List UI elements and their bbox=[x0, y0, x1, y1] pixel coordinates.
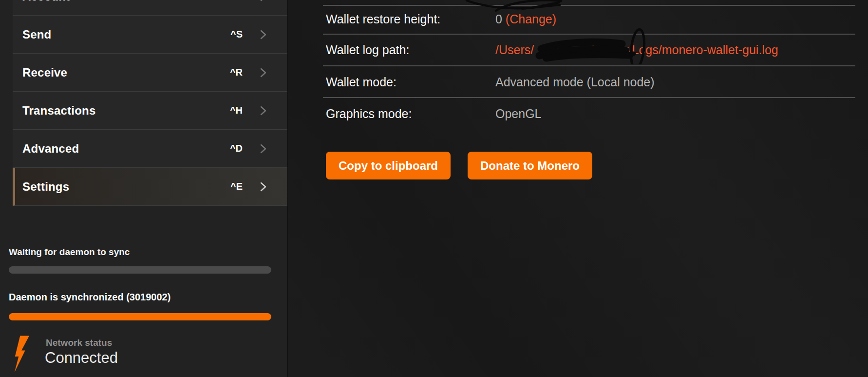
chevron-right-icon bbox=[257, 105, 269, 117]
sidebar-item-settings[interactable]: Settings ^E bbox=[13, 168, 287, 206]
graphics-mode-value: OpenGL bbox=[495, 107, 542, 120]
row-divider bbox=[323, 34, 855, 35]
row-label: Wallet mode: bbox=[326, 75, 495, 89]
row-label: Wallet log path: bbox=[326, 43, 495, 57]
sidebar-menu: Account ^T Send ^S Receive ^R Transactio… bbox=[13, 0, 287, 206]
donate-to-monero-button[interactable]: Donate to Monero bbox=[468, 152, 592, 179]
sidebar-item-receive[interactable]: Receive ^R bbox=[13, 54, 287, 92]
network-status-value: Connected bbox=[45, 349, 118, 367]
row-label: Graphics mode: bbox=[326, 107, 495, 121]
row-divider bbox=[323, 97, 855, 98]
wallet-sync-status-text: Waiting for daemon to sync bbox=[9, 247, 130, 258]
sidebar-item-advanced[interactable]: Advanced ^D bbox=[13, 130, 287, 168]
chevron-right-icon bbox=[257, 29, 269, 40]
settings-info-panel: Wallet restore height:0 (Change) Wallet … bbox=[288, 0, 868, 377]
chevron-right-icon bbox=[257, 143, 269, 155]
sidebar-item-send[interactable]: Send ^S bbox=[13, 16, 287, 54]
sidebar-item-transactions[interactable]: Transactions ^H bbox=[13, 92, 287, 130]
sidebar-item-label: Receive bbox=[22, 66, 230, 79]
wallet-restore-height-row: Wallet restore height:0 (Change) bbox=[326, 12, 862, 26]
row-divider bbox=[323, 5, 855, 6]
log-path-suffix: Library/Logs/monero-wallet-gui.log bbox=[591, 43, 778, 57]
chevron-right-icon bbox=[257, 67, 269, 79]
monero-wallet-window: Account ^T Send ^S Receive ^R Transactio… bbox=[0, 0, 868, 377]
daemon-sync-progress-bar bbox=[9, 313, 271, 320]
wallet-mode-value: Advanced mode (Local node) bbox=[495, 75, 655, 89]
shortcut-badge: ^R bbox=[230, 67, 243, 78]
redaction-scribble bbox=[464, 0, 576, 13]
sidebar-item-account[interactable]: Account ^T bbox=[13, 0, 287, 16]
daemon-sync-status-text: Daemon is synchronized (3019002) bbox=[9, 292, 170, 303]
copy-to-clipboard-button[interactable]: Copy to clipboard bbox=[326, 152, 451, 179]
sidebar-item-label: Advanced bbox=[22, 142, 230, 156]
shortcut-badge: ^T bbox=[231, 0, 243, 2]
shortcut-badge: ^E bbox=[230, 181, 243, 192]
sidebar-item-label: Settings bbox=[22, 180, 230, 194]
shortcut-badge: ^D bbox=[230, 143, 243, 154]
chevron-right-icon bbox=[257, 181, 269, 193]
row-divider bbox=[323, 65, 855, 66]
sidebar: Account ^T Send ^S Receive ^R Transactio… bbox=[0, 0, 288, 377]
wallet-sync-progress-bar bbox=[9, 266, 271, 274]
shortcut-badge: ^H bbox=[230, 105, 243, 116]
restore-height-value: 0 bbox=[495, 12, 502, 26]
chevron-right-icon bbox=[257, 0, 269, 2]
change-restore-height-link[interactable]: (Change) bbox=[506, 12, 556, 26]
log-path-prefix: /Users/ bbox=[495, 43, 534, 57]
wallet-mode-row: Wallet mode:Advanced mode (Local node) bbox=[326, 75, 862, 89]
wallet-log-path-row: Wallet log path:/Users/Library/Logs/mone… bbox=[326, 43, 862, 57]
graphics-mode-row: Graphics mode:OpenGL bbox=[326, 107, 862, 121]
network-status-title: Network status bbox=[46, 337, 112, 348]
lightning-bolt-icon bbox=[15, 336, 29, 373]
sidebar-item-label: Account bbox=[22, 0, 231, 3]
daemon-sync-progress-fill bbox=[9, 313, 271, 320]
shortcut-badge: ^S bbox=[230, 29, 243, 40]
sidebar-item-label: Send bbox=[22, 28, 230, 41]
sidebar-item-label: Transactions bbox=[22, 104, 230, 118]
wallet-log-path-link[interactable]: /Users/Library/Logs/monero-wallet-gui.lo… bbox=[495, 43, 778, 57]
row-label: Wallet restore height: bbox=[326, 12, 495, 26]
